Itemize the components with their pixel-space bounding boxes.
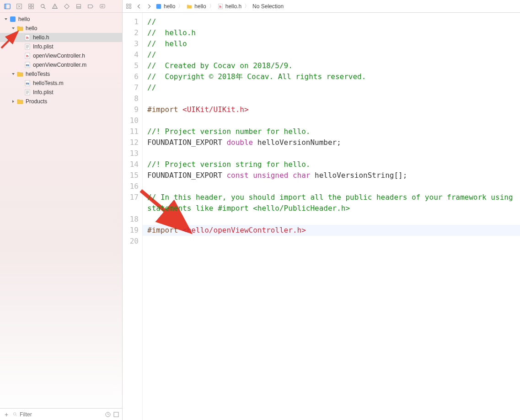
code-line[interactable]: #import <UIKit/UIKit.h> xyxy=(147,104,517,115)
svg-rect-29 xyxy=(156,4,161,9)
svg-rect-9 xyxy=(77,7,81,8)
tree-label: helloTests xyxy=(26,71,50,77)
line-number: 1 xyxy=(123,16,139,27)
breakpoint-navigator-icon[interactable] xyxy=(87,3,94,10)
line-number: 2 xyxy=(123,27,139,38)
add-button[interactable]: + xyxy=(3,411,10,418)
source-control-icon[interactable] xyxy=(16,3,23,10)
tree-file-tests-m[interactable]: m helloTests.m xyxy=(0,79,122,88)
line-number: 3 xyxy=(123,38,139,49)
scm-filter-icon[interactable] xyxy=(113,411,119,418)
code-line[interactable]: // hello xyxy=(147,38,517,49)
crumb-project[interactable]: hello 〉 xyxy=(155,2,184,10)
tree-file-ovc-h[interactable]: h openViewController.h xyxy=(0,51,122,60)
tree-folder-tests[interactable]: helloTests xyxy=(0,69,122,79)
svg-text:h: h xyxy=(27,36,29,40)
chevron-down-icon[interactable] xyxy=(11,26,16,31)
tree-file-info-plist[interactable]: Info.plist xyxy=(0,42,122,51)
svg-text:h: h xyxy=(27,54,29,58)
filter-input[interactable] xyxy=(20,411,102,418)
source-editor[interactable]: 1234567891011121314151617181920 //// hel… xyxy=(123,13,520,420)
code-line[interactable]: FOUNDATION_EXPORT const unsigned char he… xyxy=(147,170,517,181)
code-line[interactable]: // In this header, you should import all… xyxy=(147,192,517,214)
line-number: 18 xyxy=(123,214,139,225)
tree-file-tests-plist[interactable]: Info.plist xyxy=(0,88,122,97)
impl-file-icon: m xyxy=(24,80,31,87)
tree-file-hello-h[interactable]: h hello.h xyxy=(0,33,122,42)
folder-icon xyxy=(16,98,24,105)
crumb-file[interactable]: h hello.h 〉 xyxy=(217,2,251,10)
svg-rect-11 xyxy=(10,16,16,22)
svg-rect-21 xyxy=(25,90,30,95)
symbol-navigator-icon[interactable] xyxy=(27,3,35,10)
chevron-down-icon[interactable] xyxy=(4,17,8,21)
chevron-right-icon: 〉 xyxy=(178,2,183,10)
crumb-folder[interactable]: hello 〉 xyxy=(186,2,215,10)
tree-label: hello.h xyxy=(33,34,49,41)
svg-rect-5 xyxy=(32,6,33,8)
plist-file-icon xyxy=(24,89,31,96)
code-line[interactable]: #import <hello/openViewController.h> xyxy=(147,225,517,236)
project-tree: hello hello h hello.h Info.plist h ope xyxy=(0,13,122,408)
code-line[interactable]: // hello.h xyxy=(147,27,517,38)
svg-rect-0 xyxy=(5,4,10,9)
code-line[interactable]: //! Project version number for hello. xyxy=(147,126,517,137)
code-line[interactable]: // Copyright © 2018年 Cocav. All rights r… xyxy=(147,71,517,82)
code-line[interactable]: // xyxy=(147,82,517,93)
svg-rect-25 xyxy=(127,4,129,5)
chevron-right-icon[interactable] xyxy=(11,99,16,104)
tree-folder-hello[interactable]: hello xyxy=(0,24,122,33)
related-items-icon[interactable] xyxy=(125,3,133,10)
line-gutter: 1234567891011121314151617181920 xyxy=(123,13,143,420)
svg-rect-24 xyxy=(114,412,118,417)
issue-navigator-icon[interactable] xyxy=(51,3,59,10)
crumb-selection[interactable]: No Selection xyxy=(252,3,284,10)
line-number: 13 xyxy=(123,148,139,159)
spacer xyxy=(18,53,23,58)
code-line[interactable] xyxy=(147,93,517,104)
tree-label: hello xyxy=(18,16,30,22)
debug-navigator-icon[interactable] xyxy=(75,3,82,10)
svg-rect-28 xyxy=(129,6,131,8)
tree-folder-products[interactable]: Products xyxy=(0,97,122,106)
code-line[interactable]: // xyxy=(147,16,517,27)
chevron-down-icon[interactable] xyxy=(11,72,16,76)
recent-filter-icon[interactable] xyxy=(105,411,111,418)
tree-project-root[interactable]: hello xyxy=(0,15,122,24)
forward-button[interactable] xyxy=(145,3,153,10)
code-line[interactable] xyxy=(147,236,517,247)
editor-area: hello 〉 hello 〉 h hello.h 〉 No Selection xyxy=(123,0,520,420)
back-button[interactable] xyxy=(135,3,143,10)
code-line[interactable] xyxy=(147,115,517,126)
project-navigator-icon[interactable] xyxy=(4,3,11,10)
tree-label: Info.plist xyxy=(33,89,54,96)
folder-icon xyxy=(16,70,24,78)
code-line[interactable] xyxy=(147,181,517,192)
xcode-project-icon xyxy=(155,3,162,10)
svg-point-22 xyxy=(13,412,16,415)
code-line[interactable]: FOUNDATION_EXPORT double helloVersionNum… xyxy=(147,137,517,148)
line-number: 19 xyxy=(123,225,139,236)
test-navigator-icon[interactable] xyxy=(63,3,70,10)
svg-rect-4 xyxy=(29,6,31,8)
report-navigator-icon[interactable] xyxy=(99,3,106,10)
tree-label: helloTests.m xyxy=(33,80,64,86)
find-navigator-icon[interactable] xyxy=(39,3,47,10)
line-number: 17 xyxy=(123,192,139,214)
svg-rect-26 xyxy=(129,4,131,5)
jump-bar: hello 〉 hello 〉 h hello.h 〉 No Selection xyxy=(123,0,520,13)
code-content[interactable]: //// hello.h// hello//// Created by Coca… xyxy=(143,13,520,420)
code-line[interactable]: // Created by Cocav on 2018/5/9. xyxy=(147,60,517,71)
spacer xyxy=(18,81,23,85)
code-line[interactable]: //! Project version string for hello. xyxy=(147,159,517,170)
tree-label: Info.plist xyxy=(33,43,54,50)
code-line[interactable] xyxy=(147,148,517,159)
code-line[interactable]: // xyxy=(147,49,517,60)
svg-point-6 xyxy=(41,4,44,7)
tree-file-ovc-m[interactable]: m openViewController.m xyxy=(0,60,122,69)
filter-wrapper xyxy=(13,411,102,418)
line-number: 10 xyxy=(123,115,139,126)
code-line[interactable] xyxy=(147,214,517,225)
xcode-project-icon xyxy=(9,16,16,23)
line-number: 5 xyxy=(123,60,139,71)
